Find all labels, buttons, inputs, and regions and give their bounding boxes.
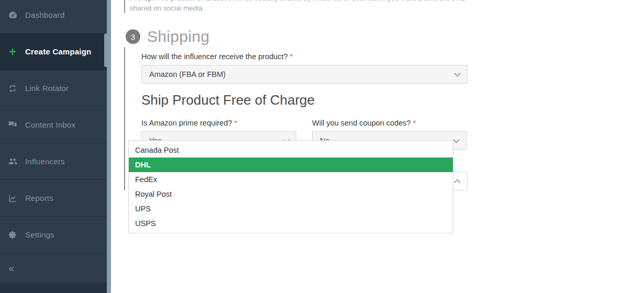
carrier-option-ups[interactable]: UPS xyxy=(129,201,453,216)
carrier-options-dropdown: Canada PostDHLFedExRoyal PostUPSUSPS xyxy=(128,140,453,233)
sidebar-item-settings[interactable]: Settings xyxy=(0,217,107,253)
chevron-up-icon xyxy=(454,179,461,186)
chat-icon xyxy=(7,120,18,130)
carrier-option-canada-post[interactable]: Canada Post xyxy=(129,143,453,157)
chevron-down-icon xyxy=(454,70,461,77)
subsection-heading: Ship Product Free of Charge xyxy=(141,92,468,108)
carrier-option-dhl[interactable]: DHL xyxy=(129,157,453,172)
chart-icon xyxy=(7,194,18,203)
pro-tip-note: Pro tip: The product URL above will be s… xyxy=(124,0,467,13)
sidebar-item-label: Dashboard xyxy=(25,10,64,19)
pro-tip-text: The product URL above will be socially s… xyxy=(130,0,464,12)
rotate-icon xyxy=(7,84,18,93)
sidebar-item-label: Link Rotator xyxy=(25,84,69,93)
sidebar-item-reports[interactable]: Reports xyxy=(0,180,107,217)
sidebar-item-influencers[interactable]: Influencers xyxy=(0,143,107,180)
sidebar: Dashboard + Create Campaign Link Rotator… xyxy=(0,0,107,293)
sidebar-item-label: Influencers xyxy=(25,157,65,166)
sidebar-item-label: Reports xyxy=(25,194,53,202)
sidebar-item-dashboard[interactable]: Dashboard xyxy=(0,0,107,33)
sidebar-item-create-campaign[interactable]: + Create Campaign xyxy=(0,33,107,70)
required-asterisk: * xyxy=(290,52,293,61)
users-icon xyxy=(7,156,18,166)
sidebar-collapse-button[interactable]: « xyxy=(0,253,107,283)
sidebar-item-link-rotator[interactable]: Link Rotator xyxy=(0,70,107,107)
step-number-badge: 3 xyxy=(126,29,140,44)
collapse-chevrons-icon: « xyxy=(8,262,14,274)
pro-tip-prefix: Pro tip: xyxy=(130,0,154,2)
dashboard-icon xyxy=(7,10,18,20)
prime-required-label: Is Amazon prime required?* xyxy=(141,119,296,127)
sidebar-item-label: Content Inbox xyxy=(25,120,75,129)
required-asterisk: * xyxy=(234,119,237,127)
receive-product-value: Amazon (FBA or FBM) xyxy=(149,70,226,78)
main-content: Pro tip: The product URL above will be s… xyxy=(111,0,644,293)
gear-icon xyxy=(7,230,18,240)
receive-product-select[interactable]: Amazon (FBA or FBM) xyxy=(141,65,468,84)
sidebar-menu: Dashboard + Create Campaign Link Rotator… xyxy=(0,0,107,253)
carrier-option-fedex[interactable]: FedEx xyxy=(129,172,453,187)
chevron-down-icon xyxy=(453,137,460,143)
sidebar-footer xyxy=(0,283,107,293)
step-header: 3 Shipping xyxy=(126,28,209,46)
sidebar-item-label: Create Campaign xyxy=(25,47,91,56)
required-asterisk: * xyxy=(413,119,416,127)
plus-icon: + xyxy=(7,47,18,57)
sidebar-item-label: Settings xyxy=(25,230,54,239)
carrier-option-usps[interactable]: USPS xyxy=(129,216,453,231)
coupon-codes-label: Will you send coupon codes?* xyxy=(312,119,467,127)
sidebar-scrollbar-thumb[interactable] xyxy=(104,33,111,67)
section-title: Shipping xyxy=(147,28,209,46)
carrier-option-royal-post[interactable]: Royal Post xyxy=(129,187,453,201)
receive-product-label: How will the influencer receive the prod… xyxy=(141,52,468,61)
sidebar-item-content-inbox[interactable]: Content Inbox xyxy=(0,107,107,143)
